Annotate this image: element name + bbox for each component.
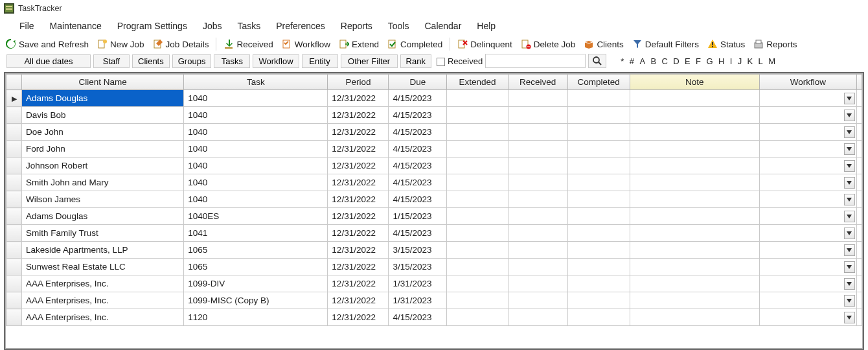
cell-task[interactable]: 1040 (184, 191, 328, 208)
cell-period[interactable]: 12/31/2022 (328, 141, 389, 158)
tb-job-details[interactable]: Job Details (150, 38, 212, 51)
alpha-item[interactable]: L (755, 56, 766, 66)
row-header[interactable] (6, 309, 22, 326)
tb-completed[interactable]: Completed (384, 38, 446, 51)
filter-workflow[interactable]: Workflow (253, 54, 299, 68)
table-row[interactable]: Ford John104012/31/20224/15/2023 (6, 141, 862, 158)
cell-completed[interactable] (567, 275, 630, 292)
cell-task[interactable]: 1040 (184, 90, 328, 107)
col-received[interactable]: Received (508, 75, 567, 90)
cell-extended[interactable] (447, 225, 508, 242)
cell-completed[interactable] (567, 292, 630, 309)
cell-client[interactable]: Adams Douglas (22, 208, 184, 225)
cell-extended[interactable] (447, 107, 508, 124)
cell-period[interactable]: 12/31/2022 (328, 158, 389, 174)
cell-client[interactable]: Smith Family Trust (22, 225, 184, 242)
table-row[interactable]: AAA Enterprises, Inc.112012/31/20224/15/… (6, 309, 862, 326)
dropdown-arrow-icon[interactable] (844, 110, 855, 121)
cell-note[interactable] (630, 309, 759, 326)
cell-due[interactable]: 4/15/2023 (389, 191, 447, 208)
cell-period[interactable]: 12/31/2022 (328, 292, 389, 309)
alpha-item[interactable]: H (716, 56, 727, 66)
cell-period[interactable]: 12/31/2022 (328, 208, 389, 225)
cell-note[interactable] (630, 191, 759, 208)
cell-due[interactable]: 1/15/2023 (389, 208, 447, 225)
cell-received[interactable] (508, 158, 567, 174)
cell-extended[interactable] (447, 158, 508, 174)
cell-note[interactable] (630, 124, 759, 141)
menu-calendar[interactable]: Calendar (417, 18, 469, 34)
cell-client[interactable]: Johnson Robert (22, 158, 184, 174)
table-row[interactable]: Smith Family Trust104112/31/20224/15/202… (6, 225, 862, 242)
table-row[interactable]: Doe John104012/31/20224/15/2023 (6, 124, 862, 141)
filter-staff[interactable]: Staff (93, 54, 130, 68)
cell-completed[interactable] (567, 107, 630, 124)
cell-note[interactable] (630, 259, 759, 275)
menu-tools[interactable]: Tools (380, 18, 417, 34)
cell-note[interactable] (630, 242, 759, 259)
row-header[interactable] (6, 124, 22, 141)
cell-completed[interactable] (567, 242, 630, 259)
search-input[interactable] (485, 54, 586, 68)
cell-client[interactable]: Adams Douglas (22, 90, 184, 107)
cell-period[interactable]: 12/31/2022 (328, 174, 389, 191)
col-client[interactable]: Client Name (22, 75, 184, 90)
cell-workflow[interactable] (759, 141, 856, 158)
alpha-item[interactable]: # (627, 56, 637, 66)
cell-task[interactable]: 1040 (184, 141, 328, 158)
cell-client[interactable]: Smith John and Mary (22, 174, 184, 191)
cell-task[interactable]: 1065 (184, 259, 328, 275)
cell-workflow[interactable] (759, 158, 856, 174)
tb-default-filters[interactable]: Default Filters (629, 38, 702, 51)
cell-task[interactable]: 1040ES (184, 208, 328, 225)
row-header[interactable] (6, 141, 22, 158)
cell-completed[interactable] (567, 158, 630, 174)
cell-task[interactable]: 1041 (184, 225, 328, 242)
cell-extended[interactable] (447, 174, 508, 191)
cell-note[interactable] (630, 275, 759, 292)
search-button[interactable] (588, 54, 606, 68)
tb-delete-job[interactable]: Delete Job (518, 38, 579, 51)
cell-received[interactable] (508, 309, 567, 326)
cell-due[interactable]: 4/15/2023 (389, 225, 447, 242)
alpha-item[interactable]: J (735, 56, 744, 66)
cell-period[interactable]: 12/31/2022 (328, 191, 389, 208)
table-row[interactable]: Smith John and Mary104012/31/20224/15/20… (6, 174, 862, 191)
filter-clients[interactable]: Clients (132, 54, 170, 68)
tb-extend[interactable]: Extend (336, 38, 382, 51)
cell-extended[interactable] (447, 309, 508, 326)
cell-extended[interactable] (447, 242, 508, 259)
cell-client[interactable]: Ford John (22, 141, 184, 158)
row-header[interactable] (6, 292, 22, 309)
filter-tasks[interactable]: Tasks (214, 54, 250, 68)
table-row[interactable]: Davis Bob104012/31/20224/15/2023 (6, 107, 862, 124)
tb-delinquent[interactable]: Delinquent (454, 38, 516, 51)
cell-due[interactable]: 4/15/2023 (389, 124, 447, 141)
dropdown-arrow-icon[interactable] (844, 211, 855, 222)
tb-status[interactable]: Status (704, 38, 748, 51)
cell-due[interactable]: 4/15/2023 (389, 309, 447, 326)
cell-completed[interactable] (567, 141, 630, 158)
alpha-item[interactable]: G (703, 56, 716, 66)
cell-period[interactable]: 12/31/2022 (328, 90, 389, 107)
cell-completed[interactable] (567, 191, 630, 208)
dropdown-arrow-icon[interactable] (844, 295, 855, 307)
cell-due[interactable]: 1/31/2023 (389, 275, 447, 292)
cell-extended[interactable] (447, 208, 508, 225)
menu-preferences[interactable]: Preferences (268, 18, 332, 34)
cell-period[interactable]: 12/31/2022 (328, 242, 389, 259)
cell-note[interactable] (630, 107, 759, 124)
cell-note[interactable] (630, 90, 759, 107)
tb-new-job[interactable]: New Job (94, 38, 148, 51)
cell-note[interactable] (630, 292, 759, 309)
cell-workflow[interactable] (759, 208, 856, 225)
cell-note[interactable] (630, 225, 759, 242)
cell-received[interactable] (508, 90, 567, 107)
col-completed[interactable]: Completed (567, 75, 630, 90)
cell-received[interactable] (508, 191, 567, 208)
cell-workflow[interactable] (759, 107, 856, 124)
cell-extended[interactable] (447, 124, 508, 141)
row-header[interactable] (6, 242, 22, 259)
cell-client[interactable]: AAA Enterprises, Inc. (22, 275, 184, 292)
dropdown-arrow-icon[interactable] (844, 278, 855, 290)
